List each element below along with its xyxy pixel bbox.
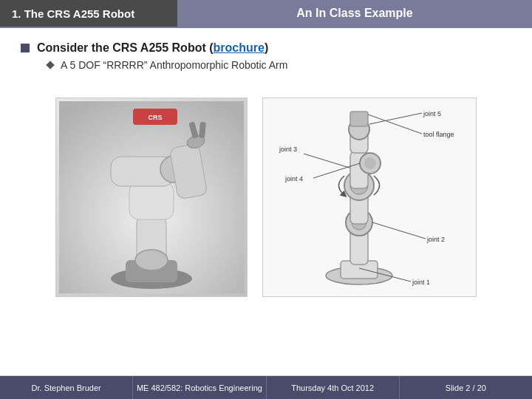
main-bullet-text: Consider the CRS A255 Robot (brochure) <box>37 41 268 55</box>
header-right-label: An In Class Example <box>296 7 412 20</box>
footer-slide: Slide 2 / 20 <box>400 376 532 399</box>
svg-text:tool flange: tool flange <box>423 131 454 138</box>
footer: Dr. Stephen Bruder ME 482/582: Robotics … <box>0 375 532 399</box>
sub-bullet-item: A 5 DOF “RRRRR” Anthropomorphic Robotic … <box>47 59 511 71</box>
header: 1. The CRS A255 Robot An In Class Exampl… <box>0 0 532 27</box>
main-content: Consider the CRS A255 Robot (brochure) A… <box>0 28 532 78</box>
footer-course: ME 482/582: Robotics Engineering <box>133 376 266 399</box>
svg-rect-38 <box>350 112 368 126</box>
header-title-right: An In Class Example <box>177 0 532 27</box>
footer-date-text: Thursday 4th Oct 2012 <box>291 383 374 392</box>
svg-text:joint 3: joint 3 <box>279 146 297 153</box>
svg-point-6 <box>135 250 168 270</box>
robot-diagram: joint 1 joint 2 joint 3 joint 4 <box>262 98 477 297</box>
images-area: CRS <box>0 90 532 304</box>
svg-text:CRS: CRS <box>148 114 162 121</box>
svg-text:joint 4: joint 4 <box>284 175 303 183</box>
svg-rect-7 <box>129 183 174 219</box>
footer-author: Dr. Stephen Bruder <box>0 376 133 399</box>
svg-text:joint 2: joint 2 <box>426 236 445 243</box>
sub-diamond-icon <box>46 61 54 69</box>
main-bullet-suffix: ) <box>265 41 268 54</box>
footer-slide-text: Slide 2 / 20 <box>446 383 486 392</box>
main-bullet-item: Consider the CRS A255 Robot (brochure) <box>21 41 511 55</box>
header-left-label: 1. The CRS A255 Robot <box>12 7 134 20</box>
robot-diagram-svg: joint 1 joint 2 joint 3 joint 4 <box>263 98 477 297</box>
footer-author-text: Dr. Stephen Bruder <box>32 383 101 392</box>
robot-photo-svg: CRS <box>59 101 244 293</box>
footer-course-text: ME 482/582: Robotics Engineering <box>137 383 262 392</box>
brochure-link[interactable]: brochure <box>214 41 265 54</box>
bullet-square-icon <box>21 44 30 52</box>
svg-point-31 <box>364 157 376 169</box>
footer-date: Thursday 4th Oct 2012 <box>267 376 400 399</box>
svg-text:joint 5: joint 5 <box>423 110 441 117</box>
header-title-left: 1. The CRS A255 Robot <box>0 0 177 27</box>
sub-bullet-text: A 5 DOF “RRRRR” Anthropomorphic Robotic … <box>61 59 287 71</box>
svg-text:joint 1: joint 1 <box>412 279 430 286</box>
robot-photo: CRS <box>55 98 248 297</box>
main-bullet-prefix: Consider the CRS A255 Robot ( <box>37 41 214 54</box>
